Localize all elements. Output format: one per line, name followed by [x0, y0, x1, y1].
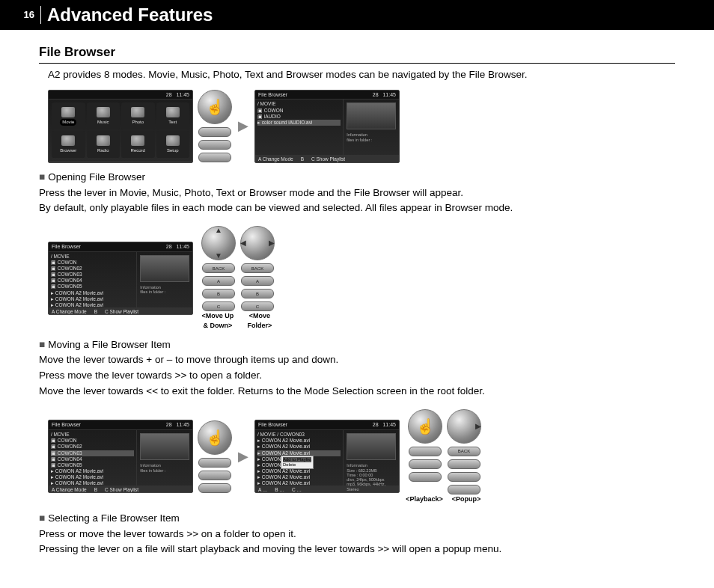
pill-b: B: [202, 289, 235, 298]
screenshot-file-browser-popup: File Browser 28 11:45 / MOVIE / COWON03 …: [254, 420, 400, 493]
pill-a: A: [202, 276, 235, 286]
pill-button: [198, 127, 231, 137]
joystick-press-icon: ☝: [408, 409, 442, 444]
pill-c: C: [202, 301, 235, 311]
subheading-selecting: ■Selecting a File Browser Item: [39, 512, 675, 526]
joystick-updown-icon: ▲▼: [201, 226, 236, 260]
pill-a: A: [241, 276, 274, 286]
joystick-press-icon: ☝: [198, 420, 232, 455]
section-intro: A2 provides 8 modes. Movie, Music, Photo…: [48, 68, 675, 82]
body-text: Press or move the lever towards >> on a …: [39, 527, 675, 542]
pill-b: B: [241, 289, 274, 298]
back-pill: BACK: [202, 263, 235, 273]
pill-c: C: [241, 301, 274, 311]
caption-move-folder: <Move Folder>: [241, 311, 278, 330]
caption-popup: <Popup>: [448, 494, 485, 504]
control-move-vertical: ▲▼ BACK A B C: [201, 226, 236, 311]
joystick-leftright-icon: ◀▶: [240, 226, 275, 260]
figure-block-selecting: File Browser 28 11:45 / MOVIE ▣ COWON ▣ …: [39, 409, 675, 557]
caption-playback: <Playback>: [406, 494, 443, 504]
body-text: Move the lever towards + or – to move th…: [39, 353, 675, 367]
subheading-moving: ■Moving a File Browser Item: [39, 338, 675, 352]
page-number: 16: [0, 9, 39, 20]
body-text: Pressing the lever on a file will start …: [39, 542, 675, 557]
header-divider: [40, 6, 41, 24]
figure-block-opening: 28 11:45 Movie Music Photo Text Browser …: [39, 90, 675, 216]
control-press-lever: ☝: [198, 90, 232, 162]
context-popup: Add to Playlist Delete: [281, 456, 314, 469]
header-title: Advanced Features: [47, 4, 213, 25]
joystick-right-icon: ▶: [447, 409, 481, 444]
control-press-lever: ☝: [198, 420, 232, 493]
screenshot-file-browser-folders: File Browser 28 11:45 / MOVIE ▣ COWON ▣ …: [48, 420, 193, 493]
section-underline: [39, 63, 675, 64]
control-popup: ▶ BACK: [447, 409, 481, 494]
page-header: 16 Advanced Features: [0, 0, 714, 30]
pill-button: [198, 153, 231, 162]
arrow-right-icon: ▶: [237, 117, 250, 135]
caption-move-updown: <Move Up & Down>: [199, 311, 237, 330]
back-pill: BACK: [241, 263, 274, 273]
pill-button: [198, 140, 231, 150]
screenshot-file-browser-root: File Browser 28 11:45 / MOVIE ▣ COWON ▣ …: [254, 90, 400, 163]
body-text: Move the lever towards << to exit the fo…: [39, 385, 675, 399]
page-content: File Browser A2 provides 8 modes. Movie,…: [0, 43, 714, 575]
section-title: File Browser: [39, 43, 675, 61]
screenshot-file-browser-list: File Browser 28 11:45 / MOVIE ▣ COWON ▣ …: [48, 242, 193, 315]
body-text: Press move the lever towards >> to open …: [39, 369, 675, 383]
screenshot-mode-selection: 28 11:45 Movie Music Photo Text Browser …: [48, 90, 193, 163]
control-move-horizontal: ◀▶ BACK A B C: [240, 226, 275, 311]
subheading-opening: ■Opening File Browser: [39, 171, 675, 185]
body-text: Press the lever in Movie, Music, Photo, …: [39, 186, 675, 200]
joystick-press-icon: ☝: [198, 90, 232, 124]
figure-block-moving: File Browser 28 11:45 / MOVIE ▣ COWON ▣ …: [39, 226, 675, 399]
control-playback: ☝: [408, 409, 442, 494]
arrow-right-icon: ▶: [237, 447, 250, 466]
body-text: By default, only playable files in each …: [39, 201, 675, 215]
